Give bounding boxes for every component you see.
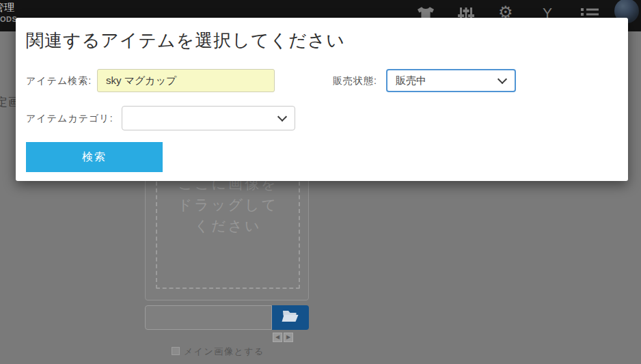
related-item-modal: 関連するアイテムを選択してください アイテム検索: 販売状態: 販売中 アイテム… — [16, 18, 628, 181]
open-folder-icon — [282, 309, 299, 326]
main-image-checkbox[interactable] — [172, 347, 180, 355]
sales-status-value: 販売中 — [396, 74, 426, 87]
item-search-label: アイテム検索: — [26, 75, 92, 87]
sales-status-select[interactable]: 販売中 — [386, 69, 516, 92]
search-button[interactable]: 検索 — [26, 142, 163, 172]
chevron-down-icon — [277, 112, 287, 122]
file-path-input[interactable] — [145, 305, 272, 330]
next-image-button[interactable]: ▶ — [284, 333, 293, 342]
modal-title: 関連するアイテムを選択してください — [26, 29, 345, 53]
item-search-input[interactable] — [97, 69, 275, 92]
prev-image-button[interactable]: ◀ — [273, 333, 282, 342]
browse-files-button[interactable] — [272, 305, 309, 330]
sales-status-label: 販売状態: — [333, 75, 377, 87]
chevron-down-icon — [497, 74, 507, 84]
main-image-checkbox-label: メイン画像とする — [184, 346, 264, 358]
item-category-label: アイテムカテゴリ: — [26, 113, 113, 125]
app-title: 管理 — [0, 1, 16, 14]
screen: 定画 ここに画像を ドラッグして ください ◀ ▶ メイン画像とする 管理 OD… — [0, 0, 641, 364]
item-category-select[interactable] — [122, 106, 295, 130]
image-pager: ◀ ▶ — [273, 333, 293, 342]
app-logo-text: ODS — [0, 15, 16, 25]
